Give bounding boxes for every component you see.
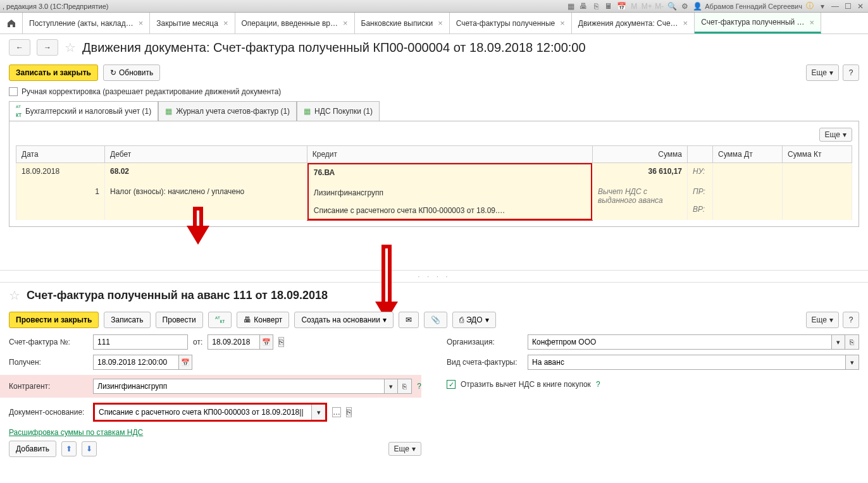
sf-type-input[interactable] bbox=[528, 355, 845, 370]
tb-icon[interactable]: M- bbox=[654, 1, 664, 11]
label-sf-no: Счет-фактура №: bbox=[9, 338, 88, 346]
close-icon[interactable]: × bbox=[223, 18, 228, 28]
calendar-icon[interactable]: 📅 bbox=[178, 355, 192, 370]
tb-icon[interactable]: ▦ bbox=[566, 1, 576, 11]
post-button[interactable]: Провести bbox=[156, 312, 203, 328]
tab-item-active[interactable]: Счет-фактура полученный …× bbox=[695, 13, 821, 34]
close-icon[interactable]: × bbox=[810, 18, 815, 27]
tb-icon[interactable]: 🖩 bbox=[604, 1, 614, 11]
dropdown-icon[interactable]: ▾ bbox=[831, 334, 845, 350]
nav-back[interactable]: ← bbox=[9, 39, 30, 56]
label-kontragent: Контрагент: bbox=[9, 382, 88, 391]
nds-breakdown-link[interactable]: Расшифровка суммы по ставкам НДС bbox=[9, 428, 143, 437]
cell-credit-k2: Списание с расчетного счета КП00-000003 … bbox=[314, 206, 586, 215]
tab-item[interactable]: Счета-фактуры полученные× bbox=[450, 13, 572, 34]
mail-button[interactable]: ✉ bbox=[399, 312, 419, 328]
cell-sum: 36 610,17 bbox=[598, 167, 682, 176]
settings-icon[interactable]: ⚙ bbox=[679, 1, 690, 11]
org-input[interactable] bbox=[528, 334, 831, 350]
minimize-icon[interactable]: ▾ bbox=[817, 1, 828, 11]
convert-button[interactable]: 🖶Конверт bbox=[237, 312, 289, 328]
dropdown-icon[interactable]: ▾ bbox=[845, 355, 859, 370]
tb-icon[interactable]: 📅 bbox=[616, 1, 626, 11]
minimize-icon[interactable]: — bbox=[830, 1, 840, 11]
more-button[interactable]: Еще ▾ bbox=[388, 442, 421, 456]
search-icon[interactable]: 🔍 bbox=[667, 1, 677, 11]
more-button[interactable]: Еще ▾ bbox=[806, 312, 839, 328]
th-sum-kt[interactable]: Сумма Кт bbox=[783, 146, 852, 163]
calendar-icon[interactable]: 📅 bbox=[259, 334, 273, 350]
info-icon[interactable]: ⓘ bbox=[805, 1, 815, 11]
close-icon[interactable]: × bbox=[560, 18, 565, 28]
add-button[interactable]: Добавить bbox=[9, 441, 56, 457]
post-close-button[interactable]: Провести и закрыть bbox=[9, 312, 99, 328]
th-date[interactable]: Дата bbox=[16, 146, 105, 163]
th-credit[interactable]: Кредит bbox=[307, 146, 592, 163]
sf-no-input[interactable] bbox=[93, 334, 188, 350]
help-icon[interactable]: ? bbox=[596, 380, 600, 389]
help-button[interactable]: ? bbox=[843, 64, 859, 81]
cell-pr: ПР: bbox=[693, 187, 707, 196]
subtab-accounting[interactable]: ᴬᵀктБухгалтерский и налоговый учет (1) bbox=[9, 101, 158, 121]
annotation-arrow bbox=[187, 207, 209, 245]
tb-icon[interactable]: 🖶 bbox=[578, 1, 588, 11]
nav-fwd[interactable]: → bbox=[37, 39, 58, 56]
close-icon[interactable]: × bbox=[139, 18, 144, 28]
close-icon[interactable]: × bbox=[438, 18, 443, 28]
th-sum[interactable]: Сумма bbox=[593, 146, 688, 163]
home-tab[interactable] bbox=[0, 13, 23, 34]
tb-icon[interactable]: ⎘ bbox=[591, 1, 601, 11]
save-button[interactable]: Записать bbox=[104, 312, 150, 328]
open-icon[interactable]: ⎘ bbox=[845, 334, 859, 350]
th-debet[interactable]: Дебет bbox=[105, 146, 307, 163]
close-icon[interactable]: × bbox=[343, 18, 348, 28]
open-icon[interactable]: ⎘ bbox=[346, 407, 352, 417]
close-icon[interactable]: ✕ bbox=[855, 1, 865, 11]
edo-button[interactable]: ⎙ЭДО ▾ bbox=[452, 312, 496, 328]
dtkt-button[interactable]: ᴬᵀкт bbox=[208, 312, 232, 328]
subtab-journal[interactable]: ▦Журнал учета счетов-фактур (1) bbox=[158, 101, 297, 121]
th-sum-dt[interactable]: Сумма Дт bbox=[713, 146, 783, 163]
tab-item[interactable]: Движения документа: Сче…× bbox=[572, 13, 695, 34]
refresh-button[interactable]: ↻Обновить bbox=[103, 64, 160, 81]
tab-item[interactable]: Банковские выписки× bbox=[355, 13, 450, 34]
tab-item[interactable]: Закрытие месяца× bbox=[150, 13, 235, 34]
reflect-checkbox[interactable]: ✓ bbox=[447, 380, 456, 389]
star-icon[interactable]: ☆ bbox=[9, 288, 20, 303]
close-icon[interactable]: × bbox=[683, 18, 688, 28]
tb-icon[interactable]: M bbox=[629, 1, 639, 11]
manual-correction-checkbox[interactable]: Ручная корректировка (разрешает редактир… bbox=[9, 87, 859, 96]
help-icon[interactable]: ? bbox=[417, 382, 421, 391]
home-icon bbox=[6, 18, 16, 28]
date-input[interactable] bbox=[208, 334, 259, 350]
th-blank[interactable] bbox=[688, 146, 713, 163]
label-doc-basis: Документ-основание: bbox=[9, 408, 88, 417]
open-icon[interactable]: ⎘ bbox=[398, 379, 412, 394]
tab-item[interactable]: Операции, введенные вр…× bbox=[235, 13, 355, 34]
up-button[interactable]: ⬆ bbox=[61, 441, 77, 456]
more-button[interactable]: Еще ▾ bbox=[806, 64, 839, 81]
doc-basis-input[interactable] bbox=[95, 405, 311, 420]
dropdown-icon[interactable]: ▾ bbox=[311, 405, 325, 420]
create-based-button[interactable]: Создать на основании ▾ bbox=[294, 312, 394, 328]
attach-button[interactable]: 📎 bbox=[424, 312, 447, 328]
table-row[interactable]: 18.09.2018 1 68.02 Налог (взносы): начис… bbox=[16, 163, 852, 221]
page-title: Движения документа: Счет-фактура получен… bbox=[82, 40, 586, 55]
more-button[interactable]: Еще ▾ bbox=[819, 128, 852, 142]
tab-item[interactable]: Поступление (акты, наклад…× bbox=[23, 13, 150, 34]
received-input[interactable] bbox=[93, 355, 178, 370]
tb-icon[interactable]: M+ bbox=[642, 1, 652, 11]
page2: ☆ Счет-фактура полученный на аванс 111 о… bbox=[0, 283, 868, 468]
maximize-icon[interactable]: ☐ bbox=[843, 1, 853, 11]
down-button[interactable]: ⬇ bbox=[82, 441, 97, 456]
help-button[interactable]: ? bbox=[843, 312, 859, 328]
page-title: Счет-фактура полученный на аванс 111 от … bbox=[27, 289, 328, 302]
open-icon[interactable]: ⎘ bbox=[278, 337, 284, 347]
save-close-button[interactable]: Записать и закрыть bbox=[9, 64, 98, 81]
star-icon[interactable]: ☆ bbox=[65, 40, 76, 55]
subtab-nds[interactable]: ▦НДС Покупки (1) bbox=[297, 101, 380, 121]
dropdown-icon[interactable]: ▾ bbox=[384, 379, 398, 394]
mail-icon: ✉ bbox=[406, 315, 412, 324]
kontragent-input[interactable] bbox=[93, 379, 384, 394]
more-icon[interactable]: … bbox=[332, 407, 341, 417]
